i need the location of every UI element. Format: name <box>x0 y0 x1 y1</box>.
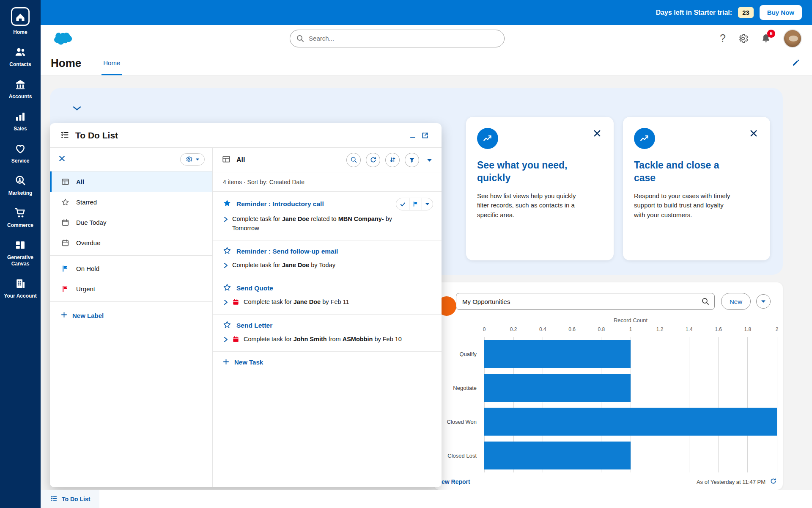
task-title-link[interactable]: Send Letter <box>236 322 272 329</box>
task-actions-caret-icon[interactable] <box>422 198 433 210</box>
sidebar-item-accounts[interactable]: Accounts <box>1 78 40 100</box>
expand-task-chevron-icon[interactable] <box>224 216 228 224</box>
filter-label: Overdue <box>76 239 101 246</box>
tab-home[interactable]: Home <box>102 52 122 75</box>
analytics-icon <box>634 128 655 149</box>
x-tick-label: 1.6 <box>715 326 722 332</box>
gridline <box>718 337 719 472</box>
star-icon <box>61 198 69 206</box>
promo-card-list-views: See what you need, quickly See how list … <box>466 117 614 260</box>
sidebar-item-your-account[interactable]: Your Account <box>1 277 40 299</box>
sidebar-item-sales[interactable]: Sales <box>1 110 40 132</box>
todo-panel-title: To Do List <box>75 130 118 141</box>
star-filled-icon[interactable] <box>223 199 231 209</box>
task-row: Send Quote Complete task for Jane Doe by… <box>213 277 442 315</box>
search-tasks-icon[interactable] <box>346 153 361 167</box>
task-row: Reminder : Introductory call <box>213 192 442 240</box>
opportunities-list-search-input[interactable] <box>456 293 715 310</box>
red-flag-icon <box>61 285 69 293</box>
star-outline-icon[interactable] <box>223 246 231 257</box>
bar-negotiate[interactable] <box>484 374 631 402</box>
todo-filter-urgent[interactable]: Urgent <box>50 279 212 299</box>
todo-task-pane: All <box>213 148 442 487</box>
table-icon <box>222 155 230 165</box>
sidebar-item-generative-canvas[interactable]: Generative Canvas <box>1 239 40 267</box>
list-view-caret-icon[interactable] <box>425 155 434 166</box>
opportunity-actions-caret[interactable] <box>756 294 771 309</box>
opportunities-bar-chart <box>484 337 777 472</box>
todo-list-icon <box>60 130 69 141</box>
flag-task-icon[interactable] <box>409 198 422 210</box>
task-title-link[interactable]: Reminder : Introductory call <box>236 200 324 208</box>
sidebar-item-label: Accounts <box>9 94 32 100</box>
task-title-link[interactable]: Send Quote <box>236 284 273 292</box>
expand-task-chevron-icon[interactable] <box>224 337 228 344</box>
help-icon[interactable]: ? <box>720 32 726 44</box>
expand-task-chevron-icon[interactable] <box>224 299 228 307</box>
sidebar-item-marketing[interactable]: Marketing <box>1 174 40 196</box>
sort-icon[interactable] <box>385 153 400 167</box>
notifications-bell-icon[interactable]: 6 <box>760 33 771 44</box>
task-row: Send Letter Complete task for John Smith… <box>213 315 442 352</box>
sidebar-item-label: Sales <box>14 126 27 132</box>
filter-label: Due Today <box>76 219 106 226</box>
blue-flag-icon <box>61 265 69 272</box>
plus-icon <box>223 359 229 366</box>
promo-card-title: See what you need, quickly <box>477 159 579 185</box>
refresh-icon[interactable] <box>770 478 777 486</box>
trial-banner: Days left in Starter trial: 23 Buy Now <box>41 0 812 25</box>
new-opportunity-button[interactable]: New <box>721 293 751 310</box>
popout-icon[interactable] <box>419 129 431 142</box>
new-label-button[interactable]: New Label <box>50 304 212 326</box>
global-search-input[interactable] <box>290 30 505 47</box>
x-tick-label: 0 <box>483 326 486 332</box>
sidebar-item-label: Generative Canvas <box>1 254 40 267</box>
task-detail-text: Complete task for Jane Doe by Feb 11 <box>244 298 349 307</box>
close-filter-pane-icon[interactable] <box>58 155 66 164</box>
sidebar-item-service[interactable]: Service <box>1 142 40 164</box>
todo-filter-all[interactable]: All <box>50 171 212 192</box>
bar-closed-lost[interactable] <box>484 442 631 469</box>
minimize-icon[interactable] <box>407 130 419 141</box>
star-outline-icon[interactable] <box>223 320 231 331</box>
task-title-link[interactable]: Reminder : Send follow-up email <box>236 248 338 255</box>
close-icon[interactable] <box>592 128 603 141</box>
user-avatar[interactable] <box>783 29 802 48</box>
x-tick-label: 0.2 <box>510 326 517 332</box>
new-task-button[interactable]: New Task <box>213 352 442 373</box>
table-icon <box>61 178 69 186</box>
todo-filter-starred[interactable]: Starred <box>50 192 212 212</box>
service-icon <box>14 142 27 155</box>
utility-item-todo-list[interactable]: To Do List <box>41 490 99 508</box>
expand-task-chevron-icon[interactable] <box>224 262 228 270</box>
bar-qualify[interactable] <box>484 340 631 368</box>
task-detail-text: Complete task for John Smith from ASMobb… <box>244 335 402 344</box>
gear-icon[interactable] <box>738 33 749 44</box>
star-outline-icon[interactable] <box>223 283 231 293</box>
todo-filter-on-hold[interactable]: On Hold <box>50 258 212 279</box>
sidebar-item-contacts[interactable]: Contacts <box>1 46 40 68</box>
x-tick-label: 1.8 <box>744 326 751 332</box>
new-task-text: New Task <box>234 359 263 366</box>
bar-closed-won[interactable] <box>484 408 777 436</box>
task-quick-actions <box>396 198 433 210</box>
buy-now-button[interactable]: Buy Now <box>760 5 802 20</box>
refresh-icon[interactable] <box>366 153 380 167</box>
todo-filter-overdue[interactable]: Overdue <box>50 232 212 253</box>
as-of-timestamp: As of Yesterday at 11:47 PM <box>697 479 765 485</box>
todo-filter-pane: All Starred Due Today <box>50 148 213 487</box>
chart-title: Record Count <box>484 317 777 323</box>
todo-filter-due-today[interactable]: Due Today <box>50 212 212 232</box>
sidebar-item-home[interactable]: Home <box>1 7 40 36</box>
complete-task-check-icon[interactable] <box>396 198 409 210</box>
filter-icon[interactable] <box>405 153 419 167</box>
label-settings-gear[interactable] <box>180 153 205 166</box>
sidebar-item-commerce[interactable]: Commerce <box>1 207 40 229</box>
gridline <box>689 337 689 472</box>
edit-page-pencil-icon[interactable] <box>792 58 800 69</box>
task-view-name: All <box>236 156 245 164</box>
divider <box>50 301 212 302</box>
close-icon[interactable] <box>748 128 759 141</box>
collapse-chevron-icon[interactable] <box>70 102 84 115</box>
global-search <box>290 30 505 47</box>
